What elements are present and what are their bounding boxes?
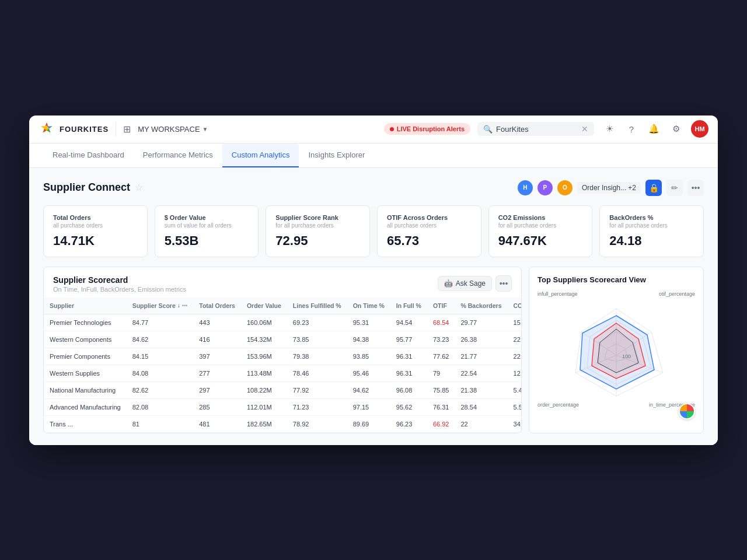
col-in-full: In Full % <box>390 298 427 314</box>
header-right: H P O Order Insigh... +2 🔒 ✏ ••• <box>518 180 704 196</box>
cell-ontime: 95.31 <box>347 314 390 331</box>
scorecard-title-area: Supplier Scorecard On Time, InFull, Back… <box>53 275 186 293</box>
ask-sage-button[interactable]: 🤖 Ask Sage <box>438 276 492 291</box>
cell-score: 84.62 <box>127 331 194 348</box>
cell-supplier: Advanced Manufacturing <box>44 398 127 415</box>
search-clear-icon[interactable]: ✕ <box>581 124 588 134</box>
scorecard-more-button[interactable]: ••• <box>495 275 512 292</box>
cell-score: 84.15 <box>127 348 194 365</box>
grid-icon[interactable]: ⊞ <box>123 124 131 135</box>
cell-backorders: 22 <box>455 415 507 432</box>
cell-otif: 75.85 <box>427 382 455 398</box>
order-insight-button[interactable]: Order Insigh... +2 <box>577 182 641 194</box>
favorite-star-icon[interactable]: ☆ <box>135 182 143 193</box>
search-input[interactable] <box>496 125 578 134</box>
kpi-otif: OTIF Across Orders all purchase orders 6… <box>377 205 481 257</box>
cell-backorders: 21.38 <box>455 382 507 398</box>
cell-lines: 78.46 <box>287 365 347 382</box>
cell-infull: 94.54 <box>390 314 427 331</box>
table-row: Advanced Manufacturing 82.08 285 112.01M… <box>44 398 521 415</box>
gear-icon[interactable]: ⚙ <box>668 121 684 137</box>
topbar-divider <box>116 122 116 136</box>
cell-orders: 481 <box>193 415 241 432</box>
kpi-row: Total Orders all purchase orders 14.71K … <box>43 205 704 257</box>
live-dot-icon <box>390 127 394 131</box>
cell-supplier: National Manufacturing <box>44 382 127 398</box>
app-window: FOURKITES ⊞ MY WORKSPACE ▼ LIVE Disrupti… <box>29 116 718 445</box>
logo-area: FOURKITES <box>39 121 109 137</box>
cell-infull: 95.62 <box>390 398 427 415</box>
cell-co2: 15.76K <box>508 314 521 331</box>
scorecard-actions: 🤖 Ask Sage ••• <box>438 275 512 292</box>
more-options-icon[interactable]: ••• <box>687 180 704 196</box>
cell-lines: 77.92 <box>287 382 347 398</box>
right-panel-title: Top Suppliers Scorecard View <box>537 275 695 284</box>
workspace-menu[interactable]: MY WORKSPACE ▼ <box>138 125 208 134</box>
cell-score: 84.08 <box>127 365 194 382</box>
scorecard-header: Supplier Scorecard On Time, InFull, Back… <box>44 267 521 298</box>
col-on-time: On Time % <box>347 298 390 314</box>
logo-text: FOURKITES <box>60 125 109 134</box>
col-score[interactable]: Supplier Score ↓ ••• <box>127 298 194 314</box>
cell-orders: 416 <box>193 331 241 348</box>
cell-lines: 78.92 <box>287 415 347 432</box>
col-backorders: % Backorders <box>455 298 507 314</box>
tab-insights-explorer[interactable]: Insights Explorer <box>299 144 374 167</box>
tab-realtime-dashboard[interactable]: Real-time Dashboard <box>43 144 134 167</box>
topbar-icons: ☀ ? 🔔 ⚙ <box>601 121 684 137</box>
fourkites-logo-icon <box>39 121 55 137</box>
radar-svg: 100 <box>564 303 669 408</box>
sage-icon: 🤖 <box>444 279 453 288</box>
help-icon[interactable]: ? <box>623 121 640 137</box>
cell-orders: 297 <box>193 382 241 398</box>
user-avatar[interactable]: HM <box>691 120 708 138</box>
cell-score: 82.08 <box>127 398 194 415</box>
scorecard-subtitle: On Time, InFull, BackOrders, Emission me… <box>53 286 186 293</box>
right-panel: Top Suppliers Scorecard View infull_perc… <box>529 267 704 433</box>
color-indicator[interactable] <box>679 403 695 419</box>
cell-ontime: 93.85 <box>347 348 390 365</box>
lock-icon[interactable]: 🔒 <box>645 180 662 196</box>
cell-co2: 5.44K <box>508 382 521 398</box>
cell-supplier: Premier Technologies <box>44 314 127 331</box>
radar-label-order: order_percentage <box>537 402 579 408</box>
radar-label-infull: infull_percentage <box>537 291 578 297</box>
cell-backorders: 26.38 <box>455 331 507 348</box>
cell-ontime: 95.46 <box>347 365 390 382</box>
cell-infull: 96.08 <box>390 382 427 398</box>
cell-co2: 34.88K <box>508 415 521 432</box>
cell-value: 112.01M <box>241 398 287 415</box>
table-row: Western Components 84.62 416 154.32M 73.… <box>44 331 521 348</box>
col-lines-fulfilled: Lines Fulfilled % <box>287 298 347 314</box>
col-total-orders: Total Orders <box>193 298 241 314</box>
workspace-caret-icon: ▼ <box>203 126 208 132</box>
table-row: Premier Components 84.15 397 153.96M 79.… <box>44 348 521 365</box>
cell-infull: 96.31 <box>390 348 427 365</box>
tab-performance-metrics[interactable]: Performance Metrics <box>134 144 222 167</box>
kpi-supplier-score: Supplier Score Rank for all purchase ord… <box>266 205 370 257</box>
avatar-o: O <box>557 180 573 195</box>
table-row: Trans ... 81 481 182.65M 78.92 89.69 96.… <box>44 415 521 432</box>
edit-icon[interactable]: ✏ <box>666 180 683 196</box>
cell-lines: 69.23 <box>287 314 347 331</box>
live-alert-badge[interactable]: LIVE Disruption Alerts <box>384 123 470 135</box>
cell-supplier: Western Supplies <box>44 365 127 382</box>
cell-co2: 12.88K <box>508 365 521 382</box>
table-row: Premier Technologies 84.77 443 160.06M 6… <box>44 314 521 331</box>
brightness-icon[interactable]: ☀ <box>601 121 617 137</box>
page-title-area: Supplier Connect ☆ <box>43 181 143 194</box>
cell-lines: 79.38 <box>287 348 347 365</box>
search-box[interactable]: 🔍 ✕ <box>477 122 594 136</box>
cell-supplier: Trans ... <box>44 415 127 432</box>
cell-backorders: 28.54 <box>455 398 507 415</box>
cell-score: 81 <box>127 415 194 432</box>
topbar: FOURKITES ⊞ MY WORKSPACE ▼ LIVE Disrupti… <box>29 116 718 144</box>
bell-icon[interactable]: 🔔 <box>645 121 662 137</box>
cell-otif: 76.31 <box>427 398 455 415</box>
cell-value: 108.22M <box>241 382 287 398</box>
radar-label-otif: otif_percentage <box>659 291 695 297</box>
tab-custom-analytics[interactable]: Custom Analytics <box>222 144 299 167</box>
cell-backorders: 21.77 <box>455 348 507 365</box>
cell-co2: 22.2K <box>508 331 521 348</box>
cell-otif: 66.92 <box>427 415 455 432</box>
